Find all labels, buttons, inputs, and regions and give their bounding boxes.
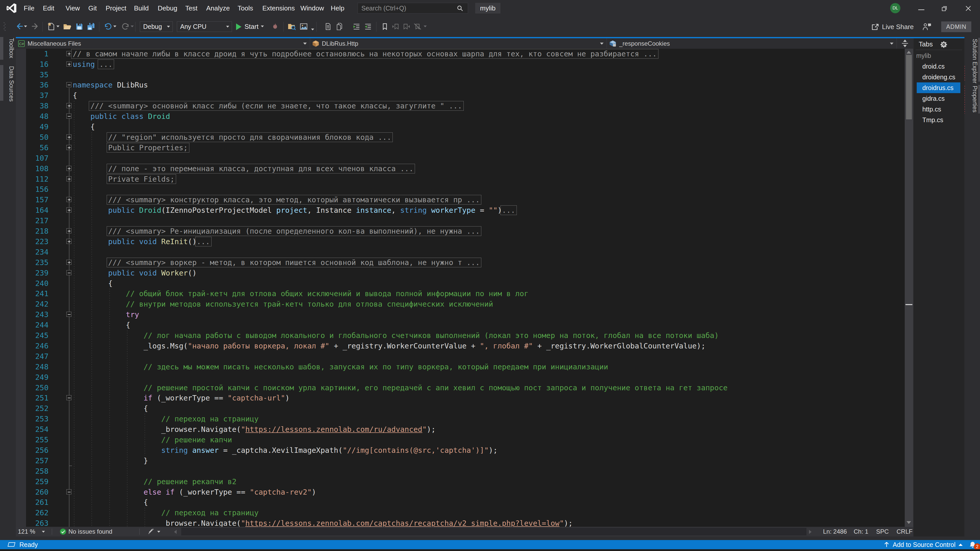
fold-marker[interactable] <box>66 166 72 171</box>
fold-marker[interactable] <box>66 51 72 56</box>
menu-analyze[interactable]: Analyze <box>206 0 230 16</box>
collapsed-region[interactable]: /// <summary> Ре-инициализация (после оп… <box>107 226 481 236</box>
scroll-up-arrow[interactable] <box>907 51 911 54</box>
menu-tools[interactable]: Tools <box>238 0 253 16</box>
close-button[interactable] <box>965 5 971 11</box>
menu-help[interactable]: Help <box>331 0 344 16</box>
menu-debug[interactable]: Debug <box>158 0 177 16</box>
dropdown-caret[interactable] <box>56 25 59 27</box>
tab-droidrus-cs[interactable]: droidrus.cs <box>917 83 960 93</box>
collapsed-region[interactable]: // в самом начале либы в классе дроид я … <box>71 49 659 59</box>
clear-bookmarks-button[interactable] <box>414 23 422 30</box>
menu-git[interactable]: Git <box>88 0 97 16</box>
redo-button[interactable] <box>121 22 130 30</box>
save-button[interactable] <box>75 22 83 30</box>
dropdown-caret[interactable] <box>130 25 134 27</box>
dropdown-caret[interactable] <box>113 25 116 27</box>
dropdown-caret[interactable] <box>311 29 314 30</box>
breadcrumb-member[interactable]: _responseCookies <box>607 38 897 49</box>
tab-gidra-cs[interactable]: gidra.cs <box>917 93 960 104</box>
menu-view[interactable]: View <box>65 0 80 16</box>
gear-icon[interactable] <box>940 41 948 48</box>
image-preview-button[interactable] <box>300 22 308 30</box>
fold-marker[interactable] <box>66 103 72 108</box>
sidebar-tab-solution-explorer[interactable]: Solution Explorer <box>968 39 978 83</box>
forward-button[interactable] <box>30 22 39 30</box>
open-file-button[interactable] <box>63 22 71 30</box>
fold-marker[interactable] <box>66 197 72 202</box>
collapsed-region[interactable]: ... <box>98 59 114 69</box>
source-control-up-icon[interactable] <box>883 541 890 548</box>
fold-marker[interactable] <box>66 239 72 244</box>
zoom-caret[interactable] <box>42 531 45 533</box>
menu-file[interactable]: File <box>24 0 35 16</box>
tab-droideng-cs[interactable]: droideng.cs <box>917 72 960 83</box>
scroll-down-arrow[interactable] <box>907 521 911 524</box>
hscroll-left-arrow[interactable] <box>174 530 177 534</box>
fold-marker[interactable] <box>66 260 72 265</box>
cursor-line-label[interactable]: Ln: 2486 <box>823 527 847 537</box>
undo-button[interactable] <box>104 22 112 30</box>
feedback-icon[interactable] <box>922 22 932 31</box>
fold-marker[interactable] <box>66 62 72 67</box>
fold-marker[interactable] <box>66 312 72 317</box>
collapsed-region[interactable]: Public Properties; <box>107 143 189 152</box>
maximize-button[interactable] <box>941 5 948 12</box>
tab-http-cs[interactable]: http.cs <box>917 104 960 114</box>
fold-marker[interactable] <box>66 176 72 181</box>
collapsed-region[interactable]: Private Fields; <box>107 174 176 184</box>
breadcrumb-project[interactable]: C#Miscellaneous Files <box>16 38 310 49</box>
collapsed-region[interactable]: /// <summary> воркер - метод, в котором … <box>107 258 481 267</box>
menu-extensions[interactable]: Extensions <box>262 0 295 16</box>
new-window-button[interactable] <box>324 23 332 30</box>
collapsed-region[interactable]: /// <summary> основной класс либы (если … <box>89 101 463 111</box>
collapsed-region[interactable]: ... <box>501 205 517 215</box>
sidebar-tab-data-sources[interactable]: Data Sources <box>5 66 15 102</box>
avatar[interactable]: DL <box>890 3 900 13</box>
search-box[interactable]: Search (Ctrl+Q) <box>358 3 468 14</box>
admin-button[interactable]: ADMIN <box>941 21 971 32</box>
issues-label[interactable]: No issues found <box>68 527 112 537</box>
fold-marker[interactable] <box>66 489 72 494</box>
fold-marker[interactable] <box>66 135 72 140</box>
search-input[interactable]: Search (Ctrl+Q) <box>358 5 468 12</box>
dropdown-caret[interactable] <box>24 25 27 27</box>
menu-build[interactable]: Build <box>134 0 149 16</box>
format-brush-icon[interactable] <box>148 528 155 535</box>
find-in-files-button[interactable] <box>288 22 296 30</box>
fold-marker[interactable] <box>66 395 72 400</box>
split-editor-handle[interactable] <box>901 39 908 48</box>
dropdown-caret[interactable] <box>424 25 427 27</box>
menu-project[interactable]: Project <box>106 0 126 16</box>
platform-combo[interactable]: Any CPU <box>177 21 232 32</box>
menu-test[interactable]: Test <box>185 0 197 16</box>
collapsed-region[interactable]: ... <box>195 237 212 246</box>
scrollbar-thumb[interactable] <box>906 55 912 119</box>
live-share-button[interactable]: Live Share <box>871 21 914 32</box>
collapsed-region[interactable]: /// <summary> конструктор класса, это ме… <box>107 195 481 205</box>
code-editor[interactable]: 1// в самом начале либы в классе дроид я… <box>16 49 905 527</box>
menu-window[interactable]: Window <box>301 0 324 16</box>
sidebar-tab-properties[interactable]: Properties <box>968 86 978 113</box>
tab-droid-cs[interactable]: droid.cs <box>917 61 960 72</box>
vertical-scrollbar[interactable] <box>905 49 913 527</box>
hscroll-right-arrow[interactable] <box>809 530 811 534</box>
indent-button[interactable] <box>364 23 372 30</box>
fold-marker[interactable] <box>66 270 72 275</box>
back-button[interactable] <box>16 22 24 30</box>
zoom-control[interactable]: 121 % <box>18 527 35 537</box>
cursor-char-label[interactable]: Ch: 1 <box>854 527 868 537</box>
brush-caret[interactable] <box>157 531 160 533</box>
next-bookmark-button[interactable] <box>402 23 410 30</box>
collapsed-region[interactable]: // "region" используется просто для свор… <box>107 132 393 142</box>
fold-marker[interactable] <box>66 145 72 150</box>
tab-Tmp-cs[interactable]: Tmp.cs <box>917 114 960 125</box>
fold-marker[interactable] <box>66 82 72 87</box>
menu-edit[interactable]: Edit <box>43 0 54 16</box>
search-icon[interactable] <box>456 5 464 12</box>
save-all-button[interactable] <box>87 22 95 30</box>
collapsed-region[interactable]: // поле - это переменная класса, доступн… <box>107 164 415 173</box>
horizontal-scrollbar[interactable] <box>181 528 807 535</box>
source-control-caret[interactable] <box>959 544 963 546</box>
solution-config-combo[interactable]: Debug <box>140 21 173 32</box>
